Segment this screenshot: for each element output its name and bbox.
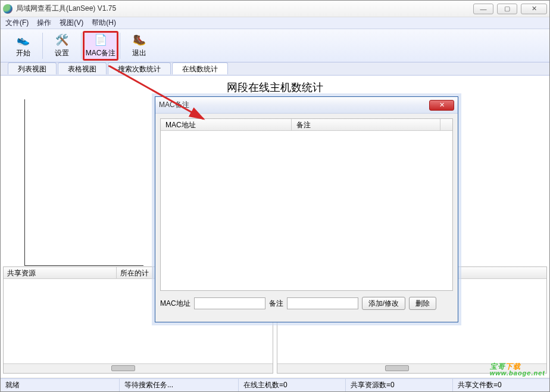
delete-button[interactable]: 删除 (409, 297, 436, 310)
menu-view[interactable]: 视图(V) (60, 18, 83, 28)
menu-operate[interactable]: 操作 (37, 18, 51, 28)
mac-note-dialog: MAC备注 ✕ MAC地址 备注 MAC地址 备注 添加/修改 删除 (155, 96, 458, 322)
tabbar: 列表视图 表格视图 搜索次数统计 在线数统计 (1, 62, 549, 76)
play-icon: 👟 (16, 33, 30, 47)
dialog-col-note[interactable]: 备注 (292, 119, 440, 130)
status-hosts: 在线主机数=0 (239, 379, 346, 391)
dialog-title: MAC备注 (159, 100, 429, 110)
close-button[interactable]: ✕ (521, 4, 547, 14)
left-col1[interactable]: 共享资源 (4, 267, 117, 278)
status-wait: 等待搜索任务... (120, 379, 239, 391)
tab-search-stats[interactable]: 搜索次数统计 (108, 62, 171, 74)
separator (81, 33, 82, 59)
add-modify-button[interactable]: 添加/修改 (362, 297, 405, 310)
note-input[interactable] (287, 297, 358, 309)
status-files: 共享文件数=0 (453, 379, 507, 391)
tab-grid-view[interactable]: 表格视图 (58, 62, 107, 74)
menubar: 文件(F) 操作 视图(V) 帮助(H) (1, 17, 549, 29)
window-title: 局域网查看工具(LanSee) V1.75 (16, 4, 473, 14)
exit-button[interactable]: 🥾 退出 (121, 31, 157, 61)
dialog-list: MAC地址 备注 (160, 118, 453, 291)
mac-input[interactable] (194, 297, 265, 309)
titlebar: 局域网查看工具(LanSee) V1.75 — ▢ ✕ (1, 1, 549, 17)
tab-online-stats[interactable]: 在线数统计 (172, 62, 228, 74)
dialog-form: MAC地址 备注 添加/修改 删除 (160, 297, 453, 310)
app-icon (3, 4, 12, 14)
settings-button[interactable]: 🛠️ 设置 (44, 31, 80, 61)
start-button[interactable]: 👟 开始 (5, 31, 41, 61)
separator (120, 33, 120, 59)
gear-icon: 🛠️ (55, 33, 69, 47)
dialog-titlebar[interactable]: MAC备注 ✕ (155, 97, 458, 114)
statusbar: 就绪 等待搜索任务... 在线主机数=0 共享资源数=0 共享文件数=0 (1, 378, 549, 391)
minimize-button[interactable]: — (473, 4, 493, 14)
dialog-close-button[interactable]: ✕ (429, 100, 454, 111)
left-col2[interactable]: 所在的计 (117, 267, 153, 278)
menu-file[interactable]: 文件(F) (5, 18, 29, 28)
dialog-col-mac[interactable]: MAC地址 (161, 119, 292, 130)
note-label: 备注 (269, 299, 283, 309)
mac-note-button[interactable]: 📄 MAC备注 (83, 31, 118, 61)
toolbar: 👟 开始 🛠️ 设置 📄 MAC备注 🥾 退出 (1, 29, 549, 62)
right-scrollbar[interactable] (277, 363, 546, 373)
chart-axes (24, 99, 143, 266)
mac-label: MAC地址 (160, 299, 190, 309)
separator (42, 33, 43, 59)
chart-title: 网段在线主机数统计 (1, 76, 549, 99)
note-icon: 📄 (93, 33, 108, 47)
maximize-button[interactable]: ▢ (497, 4, 517, 14)
tab-list-view[interactable]: 列表视图 (8, 62, 57, 74)
exit-icon: 🥾 (132, 33, 146, 47)
status-shares: 共享资源数=0 (346, 379, 453, 391)
left-scrollbar[interactable] (4, 363, 273, 373)
menu-help[interactable]: 帮助(H) (92, 18, 116, 28)
status-ready: 就绪 (1, 379, 120, 391)
